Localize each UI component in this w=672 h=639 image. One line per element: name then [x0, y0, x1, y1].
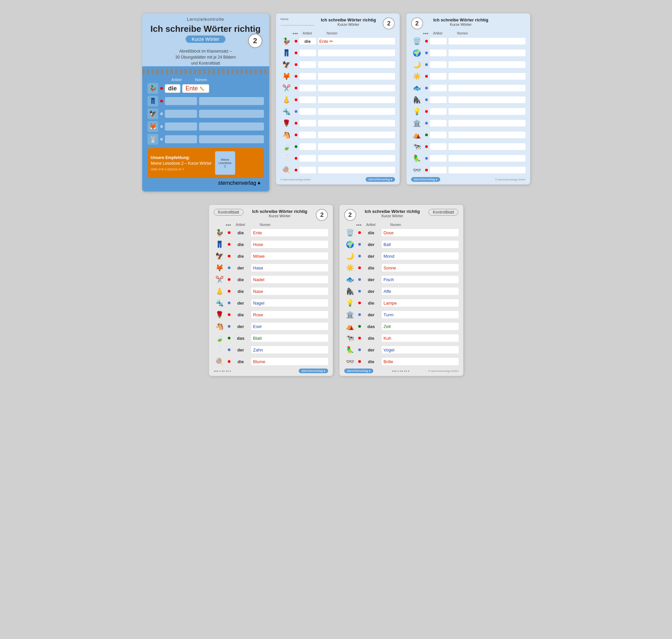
cover-fox-icon: 🦊 [147, 121, 158, 132]
ws1-word-1 [318, 49, 395, 56]
ctrl1-subtitle: Kurze Wörter [252, 214, 307, 218]
ctrl2-title: Ich schreibe Wörter richtig [365, 209, 420, 214]
ws1-word-4 [318, 85, 395, 91]
ctrl1-footer-dots: ●●● ● ●● ●● ● [214, 370, 231, 373]
ctrl2-icon-9: 🐄 [344, 333, 356, 343]
cover-row-rabbit: 🐰 [147, 134, 264, 145]
cover-empty-word4 [199, 135, 263, 143]
ctrl1-article-1: die [233, 241, 249, 248]
ws2-row-9: 🐄 [411, 142, 526, 152]
ws1-row-9: 🍃 [281, 142, 395, 152]
ws1-col-nomen: Nomen [327, 31, 337, 35]
ws2-sternchenverlag: sternchenverlag ♦ [411, 177, 440, 182]
cover-empty-word2 [199, 110, 263, 118]
ctrl2-icon-7: 🏛️ [344, 310, 356, 320]
ws2-word-6 [449, 108, 526, 115]
ws2-article-5 [430, 96, 447, 103]
ctrl1-row-6: 🔩 der Nagel [214, 298, 328, 308]
ws1-row-5: 👃 [281, 95, 395, 105]
ws1-col-artikel: Artikel [303, 31, 312, 35]
ws1-dot-0 [295, 40, 298, 43]
cover-divider [142, 69, 269, 74]
ws2-icon-6: 💡 [411, 107, 423, 116]
ctrl2-icon-2: 🌙 [344, 251, 356, 261]
ws2-dot-5 [425, 98, 428, 101]
ctrl1-title-block: Ich schreibe Wörter richtig Kurze Wörter [252, 209, 307, 218]
ctrl2-icon-1: 🌍 [344, 239, 356, 249]
ctrl2-row-6: 💡 die Lampe [344, 298, 459, 308]
ctrl2-word-1: Ball [382, 241, 459, 248]
ctrl2-footer-dots: ●●● ● ●● ●● ● [392, 370, 410, 373]
ctrl1-header: Kontrollblatt Ich schreibe Wörter richti… [214, 209, 328, 221]
cover-dot-red [160, 87, 163, 90]
ws2-dot-2 [425, 63, 428, 66]
ctrl1-footer: ●●● ● ●● ●● ● sternchenverlag ♦ [214, 369, 328, 373]
ws2-article-0 [430, 38, 447, 45]
ctrl2-col-nomen: Nomen [390, 223, 401, 227]
ws2-article-7 [430, 120, 447, 126]
ws1-dots-row: ●●● Artikel Nomen [281, 31, 395, 35]
cover-footer: sternchenverlag ♦ [147, 178, 264, 188]
ctrl1-icon-10: 🦷 [214, 345, 226, 355]
ws2-word-9 [449, 143, 526, 150]
ctrl2-word-10: Vogel [382, 346, 459, 354]
ws1-article-6 [299, 108, 316, 115]
cover-desc: Abreißblock im Klassensatz –30 Übungsblä… [149, 48, 262, 66]
cover-word-box: Ente ✏️ [182, 84, 209, 93]
ws2-row-4: 🐟 [411, 83, 526, 93]
ws2-word-7 [449, 120, 526, 126]
ctrl2-row-5: 🦍 der Affe [344, 286, 459, 296]
ctrl1-row-7: 🌹 die Rose [214, 310, 328, 320]
ws1-row-8: 🐴 [281, 130, 395, 140]
ctrl2-dot-8 [358, 325, 361, 328]
cover-table-header: Artikel Nomen [160, 78, 264, 82]
cover-empty-word [199, 97, 263, 105]
ctrl2-row-9: 🐄 die Kuh [344, 333, 459, 343]
ctrl1-article-9: das [233, 334, 249, 342]
ws1-title: Ich schreibe Wörter richtig [321, 17, 376, 22]
ws1-article-10 [299, 155, 316, 162]
ctrl1-article-4: die [233, 276, 249, 283]
ctrl2-article-2: der [363, 252, 380, 260]
ctrl1-sternchenverlag: sternchenverlag ♦ [299, 369, 328, 373]
cover-empty-word3 [199, 123, 263, 130]
ws2-dots-row: ●●● Artikel Nomen [411, 31, 526, 35]
ctrl1-dot-10 [228, 348, 230, 351]
ctrl1-icon-7: 🌹 [214, 310, 226, 320]
ctrl2-article-1: der [363, 241, 380, 248]
ws2-article-9 [430, 143, 447, 150]
ctrl2-title-block: Ich schreibe Wörter richtig Kurze Wörter [365, 209, 420, 218]
ws2-icon-1: 🌍 [411, 48, 423, 58]
ws1-subtitle: Kurze Wörter [321, 22, 376, 27]
cover-number-badge: 2 [248, 33, 262, 48]
ctrl1-row-11: 🍭 die Blume [214, 357, 328, 367]
ctrl1-row-4: ✂️ die Nadel [214, 275, 328, 284]
ws2-article-3 [430, 73, 447, 80]
ctrl2-dot-4 [358, 278, 361, 281]
ws1-word-7 [318, 120, 395, 126]
ctrl1-word-3: Hase [251, 264, 328, 271]
ws2-dot-7 [425, 122, 428, 125]
ws1-header: Name Ich schreibe Wörter richtig Kurze W… [281, 17, 395, 29]
ctrl1-dot-6 [228, 301, 230, 304]
cover-subtitle: Kurze Wörter [186, 35, 225, 43]
ctrl2-dot-2 [358, 255, 361, 258]
ws1-dots-label: ●●● [293, 32, 298, 35]
ctrl1-article-10: der [233, 346, 249, 354]
ws1-dot-1 [295, 51, 298, 54]
ws1-word-6 [318, 108, 395, 115]
ctrl2-dot-6 [358, 301, 361, 304]
cover-dot-light2 [160, 125, 163, 128]
ws2-dots-label: ●●● [423, 32, 429, 35]
ctrl2-icon-6: 💡 [344, 298, 356, 308]
cover-empty-article4 [165, 135, 197, 143]
ws2-row-8: ⛺ [411, 130, 526, 140]
ctrl2-row-3: ☀️ die Sonne [344, 263, 459, 273]
ctrl1-dot-9 [228, 337, 230, 339]
ws2-row-11: 👓 [411, 165, 526, 175]
ctrl1-number-badge: 2 [316, 209, 328, 221]
ws2-word-1 [449, 49, 526, 56]
ctrl2-row-11: 👓 die Brille [344, 357, 459, 367]
ws1-article-11 [299, 167, 316, 173]
ctrl1-word-2: Möwe [251, 252, 328, 260]
